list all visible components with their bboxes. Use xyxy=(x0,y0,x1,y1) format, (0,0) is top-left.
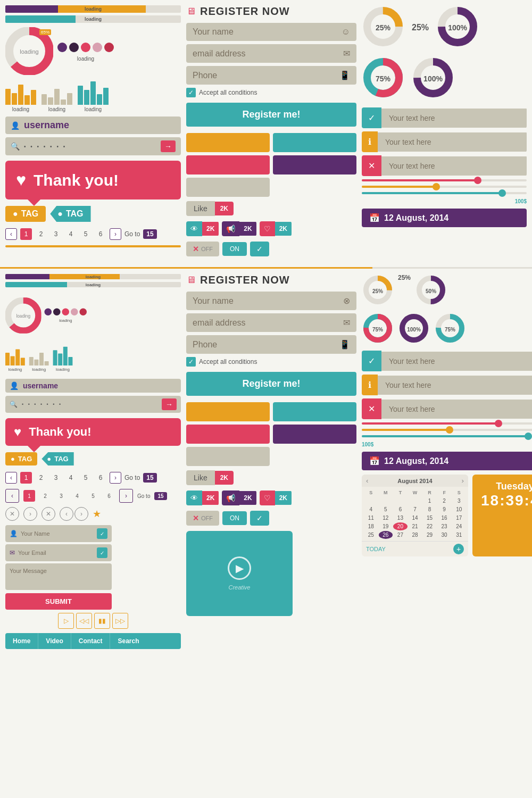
checkbox-row-b[interactable]: ✓ Accept all conditions xyxy=(186,357,356,367)
cal-day[interactable]: 30 xyxy=(437,531,452,539)
btn-pink-b1[interactable] xyxy=(186,425,270,444)
submit-button[interactable]: SUBMIT xyxy=(5,593,112,610)
cal-day[interactable]: 5 xyxy=(379,505,393,513)
cal-day[interactable]: 14 xyxy=(408,514,422,522)
cal-day[interactable]: 21 xyxy=(408,522,422,530)
page-2-b[interactable]: 2 xyxy=(35,472,47,484)
phone-field[interactable]: Phone 📱 xyxy=(186,66,356,85)
nav-arrow-left[interactable]: ‹ xyxy=(5,489,19,503)
page-6-b[interactable]: 6 xyxy=(95,472,106,484)
next-page-button[interactable]: › xyxy=(110,228,121,240)
slider-thumb-b2[interactable] xyxy=(446,426,453,434)
slider-track-b2[interactable] xyxy=(362,429,532,431)
btn-purple-b1[interactable] xyxy=(273,425,356,444)
page-4-b[interactable]: 4 xyxy=(65,472,77,484)
cal-day[interactable]: 28 xyxy=(408,531,422,539)
password-input-bottom[interactable]: 🔍 • • • • • • • → xyxy=(5,396,181,413)
page-4-button[interactable]: 4 xyxy=(65,228,77,240)
slider-track-b3[interactable] xyxy=(362,435,532,437)
extra-page-5[interactable]: 5 xyxy=(87,490,99,502)
cal-prev-button[interactable]: ‹ xyxy=(366,477,368,485)
password-submit-button[interactable]: → xyxy=(161,140,176,152)
page-2-button[interactable]: 2 xyxy=(35,228,47,240)
extra-goto-value[interactable]: 15 xyxy=(154,492,167,500)
toggle-check-b[interactable]: ✓ xyxy=(250,511,269,526)
cal-day[interactable]: 25 xyxy=(364,531,378,539)
name-field-b[interactable]: Your name ⊗ xyxy=(186,292,356,310)
nav-video[interactable]: Video xyxy=(38,633,71,649)
password-input[interactable]: 🔍 • • • • • • • → xyxy=(5,137,181,155)
cal-day[interactable]: 4 xyxy=(364,505,378,513)
rewind-button[interactable]: ◁◁ xyxy=(76,613,92,629)
counter-views-b[interactable]: 👁 2K xyxy=(186,491,219,505)
contact-message-field[interactable]: Your Message xyxy=(5,563,112,590)
cal-day[interactable]: 2 xyxy=(437,497,452,505)
extra-page-6[interactable]: 6 xyxy=(103,490,115,502)
slider-thumb-1[interactable] xyxy=(474,177,481,184)
cal-day[interactable]: 18 xyxy=(364,522,378,530)
cal-day[interactable] xyxy=(364,497,378,505)
register-button[interactable]: Register me! xyxy=(186,103,356,127)
extra-page-3[interactable]: 3 xyxy=(55,490,67,502)
email-field-b[interactable]: email address ✉ xyxy=(186,313,356,332)
counter-announcements[interactable]: 📢 2K xyxy=(222,221,256,236)
password-submit-button-b[interactable]: → xyxy=(162,398,177,410)
checkbox-row[interactable]: ✓ Accept all conditions xyxy=(186,88,356,97)
counter-ann-b[interactable]: 📢 2K xyxy=(222,491,256,505)
slider-thumb-3[interactable] xyxy=(498,189,506,197)
toggle-on-button[interactable]: ON xyxy=(222,242,247,256)
btn-orange-1[interactable] xyxy=(186,133,270,152)
next-page-b[interactable]: › xyxy=(110,472,121,484)
play-button[interactable]: ▶ xyxy=(228,556,251,580)
slider-thumb-b3[interactable] xyxy=(525,433,532,440)
cal-day[interactable]: 16 xyxy=(437,514,452,522)
cal-day[interactable]: 7 xyxy=(408,505,422,513)
cal-day[interactable]: 6 xyxy=(393,505,408,513)
prev-page-button[interactable]: ‹ xyxy=(5,228,17,240)
cal-day[interactable]: 3 xyxy=(452,497,466,505)
cal-day[interactable]: 11 xyxy=(364,514,378,522)
chevron-nav-icon[interactable]: › xyxy=(23,507,37,521)
cal-day-highlight[interactable]: 26 xyxy=(379,531,393,539)
btn-teal-b1[interactable] xyxy=(273,402,356,421)
page-3-button[interactable]: 3 xyxy=(50,228,62,240)
slider-track-b1[interactable] xyxy=(362,422,532,425)
btn-orange-b1[interactable] xyxy=(186,402,270,421)
nav-home[interactable]: Home xyxy=(5,633,38,649)
page-5-button[interactable]: 5 xyxy=(80,228,92,240)
register-button-b[interactable]: Register me! xyxy=(186,372,356,396)
contact-email-field[interactable]: ✉ Your Email ✓ xyxy=(5,544,112,561)
toggle-check-button[interactable]: ✓ xyxy=(250,242,269,256)
cal-day[interactable]: 10 xyxy=(452,505,466,513)
page-5-b[interactable]: 5 xyxy=(80,472,92,484)
cal-add-button[interactable]: + xyxy=(453,544,464,554)
page-1-b[interactable]: 1 xyxy=(20,472,32,484)
pause-button[interactable]: ▮▮ xyxy=(94,613,110,629)
checkbox[interactable]: ✓ xyxy=(186,88,196,97)
tag-orange[interactable]: ● TAG xyxy=(5,206,46,222)
toggle-on-b[interactable]: ON xyxy=(222,511,247,525)
email-field[interactable]: email address ✉ xyxy=(186,44,356,63)
like-button-b[interactable]: Like xyxy=(186,470,215,485)
x-nav-icon-2[interactable]: ✕ xyxy=(41,507,55,521)
cal-day[interactable] xyxy=(408,497,422,505)
chevron-2[interactable]: ‹ xyxy=(60,507,73,521)
page-6-button[interactable]: 6 xyxy=(95,228,106,240)
username-input-bottom[interactable]: 👤 username xyxy=(5,379,181,393)
page-3-b[interactable]: 3 xyxy=(50,472,62,484)
counter-likes[interactable]: ♡ 2K xyxy=(260,221,292,236)
counter-likes-b[interactable]: ♡ 2K xyxy=(260,491,292,505)
cal-day[interactable]: 1 xyxy=(422,497,437,505)
cal-day[interactable] xyxy=(379,497,393,505)
slider-track-2[interactable] xyxy=(362,186,527,188)
counter-views[interactable]: 👁 2K xyxy=(186,221,219,236)
chevron-3[interactable]: › xyxy=(74,507,88,521)
cal-day[interactable]: 19 xyxy=(379,522,393,530)
toggle-off-b[interactable]: ✕ OFF xyxy=(186,511,219,526)
cal-today-button[interactable]: TODAY xyxy=(366,546,386,552)
goto-value-b[interactable]: 15 xyxy=(143,473,156,483)
tag-teal[interactable]: ● TAG xyxy=(50,206,90,222)
contact-name-field[interactable]: 👤 Your Name ✓ xyxy=(5,525,112,542)
nav-arrow-right[interactable]: › xyxy=(119,489,133,503)
btn-pink-1[interactable] xyxy=(186,155,270,174)
